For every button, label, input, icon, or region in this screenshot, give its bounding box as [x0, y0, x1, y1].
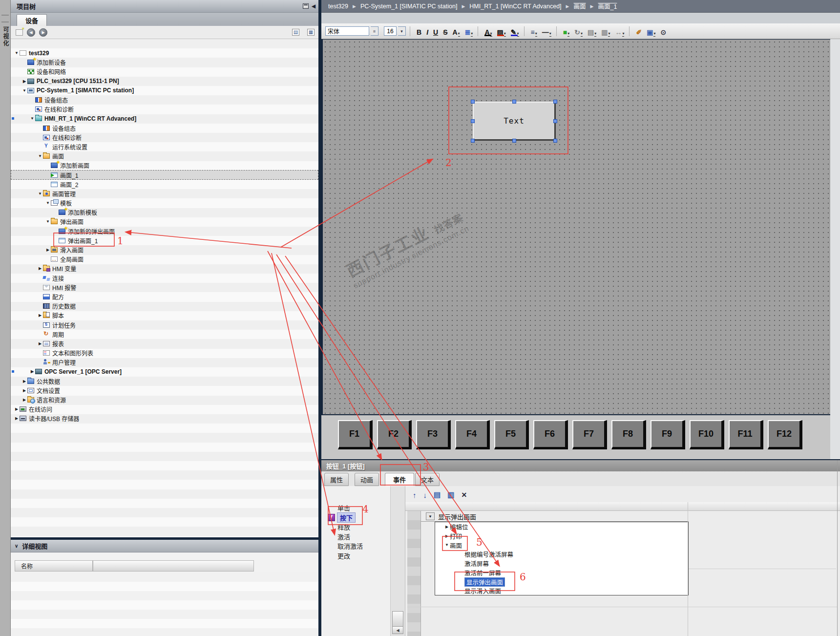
collapse-panel-icon[interactable]: ◀ [312, 3, 315, 9]
expand-open-icon[interactable]: ▼ [21, 88, 27, 93]
font-color-button[interactable]: A▾ [483, 26, 493, 37]
tab-属性[interactable]: 属性 [324, 473, 349, 486]
breadcrumb-item[interactable]: 画面 [574, 1, 586, 11]
softkey-F5[interactable]: F5 [494, 420, 529, 449]
tree-item-HMI_RT_1 [WinCC RT Advanced][interactable]: ▼HMI_RT_1 [WinCC RT Advanced] [11, 114, 318, 123]
tree-item-在线和诊断[interactable]: 在线和诊断 [11, 105, 318, 114]
function-tree-item-编辑位[interactable]: ▶编辑位 [435, 522, 688, 531]
expand-closed-icon[interactable]: ▶ [29, 369, 35, 374]
tree-item-脚本[interactable]: ▶脚本 [11, 311, 318, 320]
tree-item-历史数据[interactable]: 历史数据 [11, 301, 318, 311]
softkey-F11[interactable]: F11 [729, 420, 763, 449]
tree-item-HMI 变量[interactable]: ▶HMI 变量 [11, 264, 318, 273]
selection-handle[interactable] [512, 139, 516, 143]
back-icon[interactable]: ◀ [27, 28, 35, 37]
softkey-F3[interactable]: F3 [416, 420, 451, 449]
function-tree-item-打印[interactable]: ▶打印 [435, 531, 688, 541]
tab-devices[interactable]: 设备 [17, 14, 47, 26]
scrollbar-arrow-icon[interactable]: ◀ [392, 626, 403, 634]
expand-closed-icon[interactable]: ▶ [444, 534, 450, 538]
tree-item-用户管理[interactable]: 用户管理 [11, 358, 318, 367]
delete-icon[interactable]: ✕ [461, 491, 467, 499]
expand-closed-icon[interactable]: ▶ [21, 379, 27, 383]
font-family-dropdown-icon[interactable]: ≡ [371, 26, 378, 36]
italic-button[interactable]: I [425, 26, 429, 37]
tree-item-画面_2[interactable]: 画面_2 [11, 180, 318, 189]
size-objects-button[interactable]: ↔▾ [614, 26, 625, 37]
tree-item-模板[interactable]: ▼模板 [11, 198, 318, 208]
border-style-button[interactable]: ≡▾ [530, 26, 538, 37]
tree-item-读卡器/USB 存储器[interactable]: ▶读卡器/USB 存储器 [11, 414, 318, 423]
selection-handle[interactable] [512, 100, 516, 104]
softkey-F8[interactable]: F8 [611, 420, 646, 449]
tree-item-添加新模板[interactable]: 添加新模板 [11, 208, 318, 217]
chevron-down-icon[interactable]: ∨ [15, 543, 18, 549]
function-combo-dropdown-icon[interactable]: ▼ [426, 512, 435, 520]
softkey-F4[interactable]: F4 [455, 420, 490, 449]
auto-collapse-icon[interactable] [303, 3, 309, 9]
distribute-objects-button[interactable]: ▥▾ [600, 26, 611, 37]
selection-handle[interactable] [471, 139, 475, 143]
tree-item-设备组态[interactable]: 设备组态 [11, 124, 318, 133]
details-view-icon[interactable]: ▦ [307, 29, 315, 36]
align-objects-button[interactable]: ▤▾ [587, 26, 597, 37]
layers-button[interactable]: ▣▾ [646, 26, 656, 37]
tree-item-PLC_test329 [CPU 1511-1 PN][interactable]: ▶PLC_test329 [CPU 1511-1 PN] [11, 77, 318, 86]
tree-item-公共数据[interactable]: ▶公共数据 [11, 377, 318, 386]
breadcrumb-item[interactable]: PC-System_1 [SIMATIC PC station] [360, 3, 457, 10]
tree-item-画面_1[interactable]: 画面_1 [11, 170, 318, 179]
expand-closed-icon[interactable]: ▶ [37, 313, 43, 318]
expand-closed-icon[interactable]: ▶ [45, 248, 51, 252]
tree-item-配方[interactable]: 配方 [11, 292, 318, 301]
rotate-button[interactable]: ↻▾ [573, 26, 584, 37]
format-paint-button[interactable]: ✐ [635, 26, 643, 37]
expand-closed-icon[interactable]: ▶ [21, 79, 27, 84]
expand-closed-icon[interactable]: ▶ [21, 388, 27, 393]
function-tree-item-激活屏幕[interactable]: 激活屏幕 [435, 559, 688, 568]
tab-事件[interactable]: 事件 [385, 473, 414, 486]
expand-open-icon[interactable]: ▼ [37, 191, 43, 196]
font-size-adjust-button[interactable]: A▾ [451, 26, 461, 37]
function-tree-item-显示滑入画面[interactable]: 显示滑入画面 [435, 587, 688, 596]
tree-item-文本和图形列表[interactable]: 文本和图形列表 [11, 348, 318, 358]
expand-closed-icon[interactable]: ▶ [37, 341, 43, 346]
tree-item-运行系统设置[interactable]: 运行系统设置 [11, 142, 318, 151]
expand-open-icon[interactable]: ▼ [45, 201, 51, 205]
screen-editor-canvas[interactable]: 西门子工业 找答案 support.industry.siemens.com.c… [321, 39, 830, 414]
tree-item-添加新设备[interactable]: 添加新设备 [11, 58, 318, 67]
detail-name-column-header[interactable]: 名称 [15, 560, 93, 572]
tree-item-添加新的弹出画面[interactable]: 添加新的弹出画面 [11, 227, 318, 236]
tree-item-全局画面[interactable]: 全局画面 [11, 254, 318, 264]
expand-closed-icon[interactable]: ▶ [444, 525, 450, 529]
expand-closed-icon[interactable]: ▶ [14, 407, 20, 411]
collapse-all-icon[interactable]: ▥ [447, 490, 454, 499]
list-view-icon[interactable]: ▤ [292, 29, 299, 36]
event-item-按下[interactable]: 按下 [321, 513, 390, 523]
expand-open-icon[interactable]: ▼ [29, 116, 35, 121]
tree-item-HMI 报警[interactable]: HMI 报警 [11, 283, 318, 292]
tree-item-语言和资源[interactable]: ▶语言和资源 [11, 395, 318, 404]
tree-item-连接[interactable]: 连接 [11, 274, 318, 283]
background-color-button[interactable]: ▨▾ [496, 26, 507, 37]
breadcrumb-item[interactable]: 画面_1 [598, 1, 617, 11]
tree-item-报表[interactable]: ▶报表 [11, 339, 318, 348]
tree-item-滑入画面[interactable]: ▶滑入画面 [11, 245, 318, 254]
expand-closed-icon[interactable]: ▶ [37, 266, 43, 271]
tree-item-添加新画面[interactable]: 添加新画面 [11, 161, 318, 170]
tree-item-设备组态[interactable]: 设备组态 [11, 95, 318, 105]
text-button-object[interactable]: Text [473, 102, 556, 141]
selection-handle[interactable] [471, 100, 475, 104]
tree-item-文档设置[interactable]: ▶文档设置 [11, 386, 318, 395]
selection-handle[interactable] [471, 119, 475, 123]
expand-closed-icon[interactable]: ▶ [14, 416, 20, 421]
tab-文本[interactable]: 文本 [415, 473, 440, 486]
tree-item-PC-System_1 [SIMATIC PC station][interactable]: ▼PC-System_1 [SIMATIC PC station] [11, 86, 318, 95]
selection-handle[interactable] [553, 119, 557, 123]
event-item-更改[interactable]: 更改 [321, 551, 390, 561]
function-tree-item-画面[interactable]: ▼画面 [435, 541, 688, 550]
zoom-select-button[interactable]: ⊙ [659, 26, 667, 37]
tab-动画[interactable]: 动画 [355, 473, 379, 486]
function-tree-item-显示弹出画面[interactable]: 显示弹出画面 [435, 577, 688, 587]
event-item-释放[interactable]: 释放 [321, 522, 390, 532]
tree-item-计划任务[interactable]: 计划任务 [11, 320, 318, 329]
